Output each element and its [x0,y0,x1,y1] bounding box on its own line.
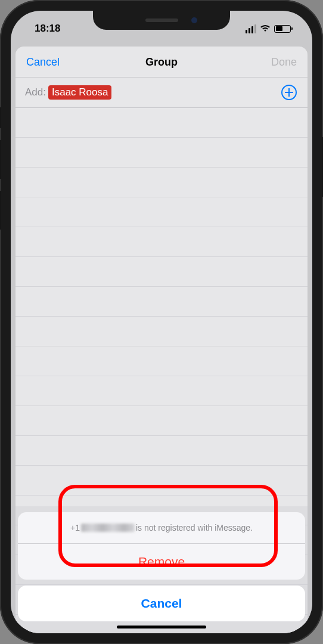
iphone-device-frame: 18:18 Cancel Group Done Add: [0,0,323,644]
speaker-grille [145,18,178,22]
status-icons [246,24,296,33]
modal-header: Cancel Group Done [15,47,308,77]
message-prefix: +1 [70,523,80,532]
add-contact-row[interactable]: Add: Isaac Roosa [15,77,308,108]
message-suffix: is not registered with iMessage. [136,523,253,532]
action-sheet: +1 is not registered with iMessage. Remo… [11,506,312,633]
silence-switch [0,107,1,128]
action-sheet-message: +1 is not registered with iMessage. [18,512,305,544]
battery-icon [274,25,291,33]
action-sheet-group: +1 is not registered with iMessage. Remo… [18,512,305,580]
done-button[interactable]: Done [255,56,297,69]
redacted-phone-number [81,524,135,532]
modal-title: Group [145,56,178,69]
add-label: Add: [25,86,46,98]
status-time: 18:18 [27,23,60,35]
front-camera [191,17,197,23]
wifi-icon [260,24,271,33]
add-contact-button[interactable] [280,83,298,101]
cancel-button[interactable]: Cancel [26,56,68,69]
screen: 18:18 Cancel Group Done Add: [11,11,312,633]
volume-up-button [0,140,1,179]
volume-down-button [0,191,1,230]
remove-button[interactable]: Remove [18,544,305,580]
contact-chip[interactable]: Isaac Roosa [48,85,112,100]
notch [93,11,230,30]
plus-circle-icon [281,85,297,100]
home-indicator[interactable] [117,626,206,628]
cellular-signal-icon [246,24,256,33]
action-sheet-cancel-button[interactable]: Cancel [18,586,305,621]
